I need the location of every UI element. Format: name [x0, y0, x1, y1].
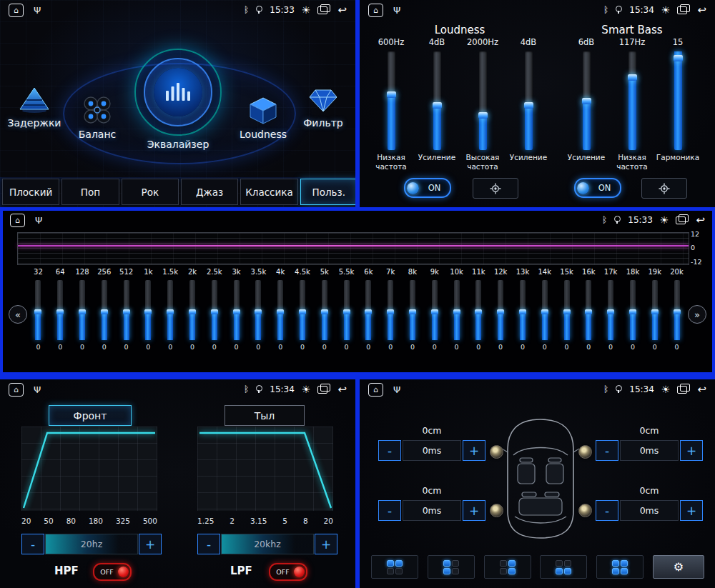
band-slider[interactable]: [542, 280, 548, 340]
band-slider[interactable]: [344, 280, 350, 340]
band-slider[interactable]: [167, 280, 173, 340]
band-gain-value: 0: [380, 343, 402, 351]
band-slider[interactable]: [322, 280, 327, 340]
band-slider[interactable]: [189, 280, 195, 340]
recent-apps-icon[interactable]: [677, 386, 687, 394]
smartbass-reset-button[interactable]: [641, 178, 687, 199]
band-slider[interactable]: [79, 280, 85, 340]
home-button[interactable]: ⌂: [10, 214, 25, 227]
speaker-icon-rear-left: [490, 504, 503, 517]
band-slider[interactable]: [234, 280, 240, 340]
recent-apps-icon[interactable]: [317, 6, 327, 14]
delay-decrease-button[interactable]: -: [596, 500, 618, 521]
back-icon[interactable]: ↩: [696, 215, 705, 226]
vertical-slider[interactable]: [433, 51, 441, 150]
lpf-frequency-value[interactable]: 20khz: [221, 534, 314, 554]
vertical-slider[interactable]: [388, 51, 395, 150]
brightness-icon[interactable]: ☀: [302, 5, 311, 15]
speaker-settings-button[interactable]: ⚙: [653, 555, 704, 579]
delay-increase-button[interactable]: +: [680, 440, 703, 461]
preset-tab-3[interactable]: Рок: [122, 179, 179, 205]
recent-apps-icon[interactable]: [677, 6, 687, 14]
band-slider[interactable]: [454, 280, 460, 340]
speaker-select-button-2[interactable]: [428, 555, 475, 579]
band-slider[interactable]: [388, 280, 393, 340]
speaker-select-button-5[interactable]: [596, 555, 644, 579]
brightness-icon[interactable]: ☀: [302, 384, 311, 394]
delay-increase-button[interactable]: +: [463, 440, 485, 461]
band-slider[interactable]: [630, 280, 636, 340]
band-slider[interactable]: [498, 280, 503, 340]
tab-rear[interactable]: Тыл: [225, 405, 305, 426]
band-slider[interactable]: [674, 280, 680, 340]
band-slider[interactable]: [564, 280, 570, 340]
brightness-icon[interactable]: ☀: [661, 5, 671, 15]
back-icon[interactable]: ↩: [337, 384, 347, 395]
band-slider[interactable]: [212, 280, 217, 340]
recent-apps-icon[interactable]: [317, 386, 327, 394]
band-slider[interactable]: [432, 280, 438, 340]
band-slider[interactable]: [145, 280, 151, 340]
brightness-icon[interactable]: ☀: [661, 384, 671, 394]
back-icon[interactable]: ↩: [337, 5, 347, 16]
home-button[interactable]: ⌂: [368, 4, 383, 17]
band-slider[interactable]: [475, 280, 481, 340]
loudness-on-toggle[interactable]: ON: [404, 178, 451, 198]
menu-item-filter[interactable]: Фильтр: [292, 81, 354, 129]
delay-increase-button[interactable]: +: [463, 500, 485, 521]
recent-apps-icon[interactable]: [676, 216, 686, 224]
delay-decrease-button[interactable]: -: [596, 440, 618, 461]
band-slider[interactable]: [300, 280, 305, 340]
loudness-reset-button[interactable]: [473, 178, 518, 199]
hpf-decrease-button[interactable]: -: [21, 534, 44, 554]
band-slider[interactable]: [255, 280, 261, 340]
preset-tab-4[interactable]: Джаз: [181, 179, 238, 205]
vertical-slider[interactable]: [583, 51, 591, 150]
lpf-decrease-button[interactable]: -: [197, 534, 220, 554]
preset-tab-6[interactable]: Польз.: [300, 179, 355, 205]
band-slider[interactable]: [102, 280, 107, 340]
vertical-slider[interactable]: [479, 51, 487, 150]
menu-item-balance[interactable]: Баланс: [64, 93, 130, 140]
preset-tab-2[interactable]: Поп: [61, 179, 119, 205]
band-slider[interactable]: [410, 280, 415, 340]
band-slider[interactable]: [57, 280, 63, 340]
brightness-icon[interactable]: ☀: [660, 215, 669, 225]
menu-item-delays[interactable]: Задержки: [1, 81, 67, 129]
delay-decrease-button[interactable]: -: [378, 440, 401, 461]
home-button[interactable]: ⌂: [368, 383, 383, 397]
band-slider[interactable]: [520, 280, 526, 340]
speaker-select-button-4[interactable]: [540, 555, 587, 579]
speaker-select-button-1[interactable]: [371, 555, 418, 579]
back-icon[interactable]: ↩: [697, 5, 706, 16]
vertical-slider[interactable]: [628, 51, 636, 150]
preset-tab-1[interactable]: Плоский: [2, 179, 59, 205]
next-page-button[interactable]: »: [688, 305, 706, 324]
band-slider[interactable]: [35, 280, 41, 340]
vertical-slider[interactable]: [525, 51, 533, 150]
home-button[interactable]: ⌂: [9, 4, 24, 17]
lpf-toggle[interactable]: OFF: [269, 563, 307, 581]
band-slider[interactable]: [608, 280, 613, 340]
preset-tab-5[interactable]: Классика: [240, 179, 297, 205]
previous-page-button[interactable]: «: [9, 305, 27, 324]
speaker-select-button-3[interactable]: [484, 555, 531, 579]
delay-increase-button[interactable]: +: [680, 500, 703, 521]
band-slider[interactable]: [277, 280, 283, 340]
smartbass-on-toggle[interactable]: ON: [574, 178, 621, 198]
delay-decrease-button[interactable]: -: [378, 500, 401, 521]
menu-item-loudness[interactable]: Loudness: [230, 93, 296, 140]
tab-front[interactable]: Фронт: [49, 405, 132, 426]
band-slider[interactable]: [652, 280, 658, 340]
lpf-increase-button[interactable]: +: [315, 534, 337, 554]
menu-item-equalizer-selected[interactable]: Эквалайзер: [129, 49, 227, 150]
band-slider[interactable]: [365, 280, 371, 340]
hpf-frequency-value[interactable]: 20hz: [45, 534, 138, 554]
hpf-toggle[interactable]: OFF: [93, 563, 132, 581]
back-icon[interactable]: ↩: [697, 384, 706, 395]
band-slider[interactable]: [124, 280, 129, 340]
vertical-slider[interactable]: [674, 51, 682, 150]
hpf-increase-button[interactable]: +: [139, 534, 162, 554]
band-slider[interactable]: [586, 280, 591, 340]
home-button[interactable]: ⌂: [9, 383, 24, 397]
